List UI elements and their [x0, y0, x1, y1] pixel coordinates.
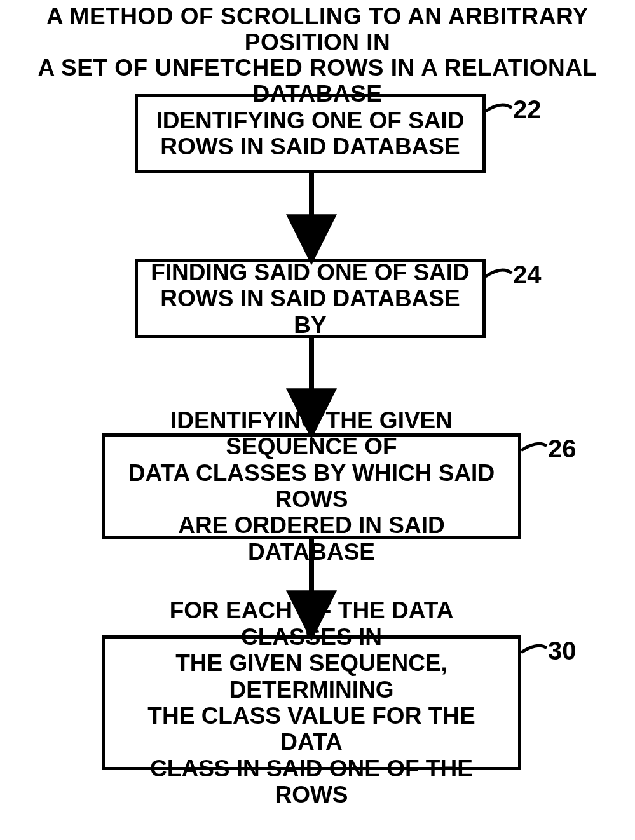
flow-box-22-text: IDENTIFYING ONE OF SAID ROWS IN SAID DAT…	[156, 107, 464, 160]
ref-label-22: 22	[513, 95, 542, 124]
flow-box-30-text: FOR EACH OF THE DATA CLASSES IN THE GIVE…	[114, 597, 509, 808]
flow-box-26-text: IDENTIFYING THE GIVEN SEQUENCE OF DATA C…	[114, 407, 509, 566]
step-30-line-2: THE GIVEN SEQUENCE, DETERMINING	[175, 650, 447, 702]
flow-box-30: FOR EACH OF THE DATA CLASSES IN THE GIVE…	[102, 635, 521, 770]
ref-label-26: 26	[548, 435, 577, 463]
step-30-line-4: CLASS IN SAID ONE OF THE ROWS	[150, 755, 473, 808]
step-30-line-1: FOR EACH OF THE DATA CLASSES IN	[170, 597, 454, 649]
step-24-line-1: FINDING SAID ONE OF SAID	[151, 259, 470, 285]
step-22-line-2: ROWS IN SAID DATABASE	[160, 133, 460, 159]
flow-box-22: IDENTIFYING ONE OF SAID ROWS IN SAID DAT…	[135, 94, 486, 173]
step-30-line-3: THE CLASS VALUE FOR THE DATA	[147, 703, 475, 755]
ref-label-30: 30	[548, 637, 577, 665]
step-22-line-1: IDENTIFYING ONE OF SAID	[156, 107, 464, 133]
diagram-title: A METHOD OF SCROLLING TO AN ARBITRARY PO…	[0, 4, 635, 107]
flow-box-24-text: FINDING SAID ONE OF SAID ROWS IN SAID DA…	[147, 259, 474, 338]
step-26-line-3: ARE ORDERED IN SAID DATABASE	[178, 512, 444, 564]
step-26-line-1: IDENTIFYING THE GIVEN SEQUENCE OF	[170, 407, 453, 459]
title-line-1: A METHOD OF SCROLLING TO AN ARBITRARY PO…	[46, 3, 589, 55]
step-26-line-2: DATA CLASSES BY WHICH SAID ROWS	[128, 460, 495, 512]
ref-label-24: 24	[513, 261, 542, 289]
flow-box-24: FINDING SAID ONE OF SAID ROWS IN SAID DA…	[135, 259, 486, 338]
step-24-line-2: ROWS IN SAID DATABASE BY	[160, 285, 460, 337]
flow-box-26: IDENTIFYING THE GIVEN SEQUENCE OF DATA C…	[102, 433, 521, 539]
